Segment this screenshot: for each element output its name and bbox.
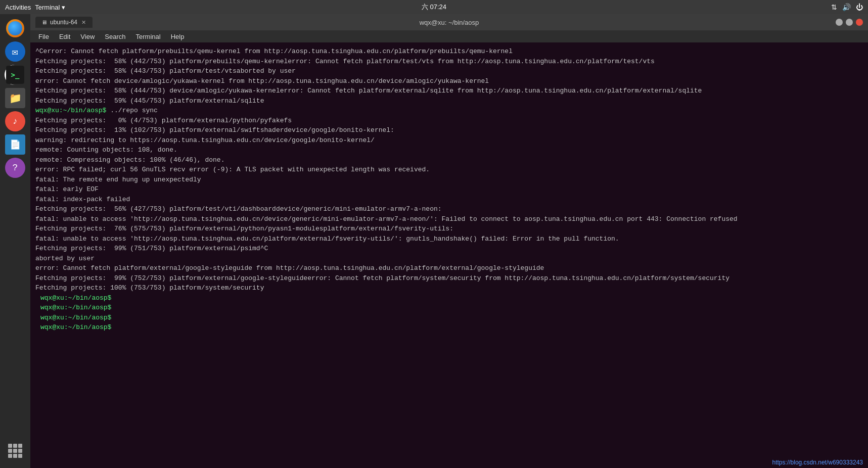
files-icon[interactable]: 📁 <box>5 88 25 108</box>
terminal-line: error: RPC failed; curl 56 GnuTLS recv e… <box>35 165 863 175</box>
terminal-line: Fetching projects: 76% (575/753) platfor… <box>35 224 863 234</box>
menu-edit[interactable]: Edit <box>55 32 74 41</box>
activities-label[interactable]: Activities <box>5 4 31 11</box>
terminal-prompt-line: wqx@xu:~/bin/aosp$ <box>35 322 863 333</box>
network-icon[interactable]: ⇅ <box>831 3 837 11</box>
terminal-sidebar-icon: >_ <box>6 66 24 84</box>
terminal-line: fatal: index-pack failed <box>35 195 863 205</box>
terminal-line: error: Cannot fetch device/amlogic/yukaw… <box>35 76 863 86</box>
menu-search[interactable]: Search <box>101 32 129 41</box>
terminal-line: fatal: unable to access 'http://aosp.tun… <box>35 214 863 224</box>
power-icon[interactable]: ⏻ <box>856 3 863 11</box>
terminal-line: Fetching projects: 99% (752/753) platfor… <box>35 273 863 284</box>
terminal-window-controls <box>836 19 863 26</box>
sidebar-bottom <box>6 442 24 460</box>
system-bar: Activities Terminal ▾ 六 07:24 ⇅ 🔊 ⏻ <box>0 0 868 14</box>
terminal-icon[interactable]: >_ <box>5 65 25 85</box>
terminal-title: wqx@xu: ~/bin/aosp <box>420 19 479 26</box>
minimize-button[interactable] <box>836 19 843 26</box>
email-icon[interactable]: ✉ <box>5 41 25 62</box>
terminal-tab-label: ubuntu-64 <box>50 19 77 26</box>
terminal-tab[interactable]: 🖥 ubuntu-64 ✕ <box>35 17 93 28</box>
terminal-titlebar: 🖥 ubuntu-64 ✕ wqx@xu: ~/bin/aosp <box>30 14 868 30</box>
terminal-line: remote: Compressing objects: 100% (46/46… <box>35 155 863 165</box>
terminal-line: remote: Counting objects: 108, done. <box>35 145 863 155</box>
system-bar-time: 六 07:24 <box>422 3 446 12</box>
terminal-prompt-line: wqx@xu:~/bin/aosp$ <box>35 293 863 303</box>
terminal-line: Fetching projects: 100% (753/753) platfo… <box>35 283 863 293</box>
terminal-line: Fetching projects: 58% (442/753) platfor… <box>35 57 863 67</box>
music-icon[interactable]: ♪ <box>5 111 25 131</box>
close-button[interactable] <box>856 19 863 26</box>
terminal-line: Fetching projects: 13% (102/753) platfor… <box>35 125 863 135</box>
terminal-window: 🖥 ubuntu-64 ✕ wqx@xu: ~/bin/aosp File Ed… <box>30 14 868 468</box>
terminal-output[interactable]: ^Cerror: Cannot fetch platform/prebuilts… <box>30 42 868 468</box>
url-bar: https://blog.csdn.net/w690333243 <box>772 459 863 466</box>
menu-help[interactable]: Help <box>167 32 189 41</box>
volume-icon[interactable]: 🔊 <box>842 3 851 11</box>
terminal-line: Fetching projects: 58% (444/753) device/… <box>35 86 863 96</box>
sidebar: ✉ >_ 📁 ♪ 📄 ? <box>0 14 30 468</box>
terminal-line: fatal: unable to access 'http://aosp.tun… <box>35 234 863 244</box>
terminal-line: aborted by user <box>35 254 863 264</box>
terminal-line: Fetching projects: 99% (751/753) platfor… <box>35 244 863 254</box>
menu-bar: File Edit View Search Terminal Help <box>30 30 868 42</box>
terminal-prompt-line: wqx@xu:~/bin/aosp$ <box>35 303 863 313</box>
documents-icon[interactable]: 📄 <box>5 134 25 155</box>
terminal-menu[interactable]: Terminal ▾ <box>35 4 65 11</box>
terminal-line: wqx@xu:~/bin/aosp$ ../repo sync <box>35 106 863 116</box>
menu-file[interactable]: File <box>34 32 53 41</box>
firefox-icon[interactable] <box>5 18 25 38</box>
terminal-line: Fetching projects: 56% (427/753) platfor… <box>35 204 863 214</box>
terminal-prompt-line: wqx@xu:~/bin/aosp$ <box>35 313 863 323</box>
apps-grid-button[interactable] <box>6 442 24 460</box>
terminal-line: fatal: early EOF <box>35 184 863 195</box>
terminal-line: Fetching projects: 58% (443/753) platfor… <box>35 66 863 76</box>
terminal-line: fatal: The remote end hung up unexpected… <box>35 175 863 185</box>
terminal-line: ^Cerror: Cannot fetch platform/prebuilts… <box>35 46 863 57</box>
terminal-line: Fetching projects: 0% (4/753) platform/e… <box>35 116 863 126</box>
terminal-line: error: Cannot fetch platform/external/go… <box>35 263 863 273</box>
maximize-button[interactable] <box>846 19 853 26</box>
menu-view[interactable]: View <box>76 32 99 41</box>
system-bar-right: ⇅ 🔊 ⏻ <box>831 3 863 11</box>
menu-terminal[interactable]: Terminal <box>132 32 165 41</box>
close-tab-button[interactable]: ✕ <box>80 19 86 25</box>
system-bar-left: Activities Terminal ▾ <box>5 4 65 11</box>
terminal-line: warning: redirecting to https://aosp.tun… <box>35 135 863 146</box>
terminal-line: Fetching projects: 59% (445/753) platfor… <box>35 96 863 106</box>
help-icon[interactable]: ? <box>5 158 25 178</box>
